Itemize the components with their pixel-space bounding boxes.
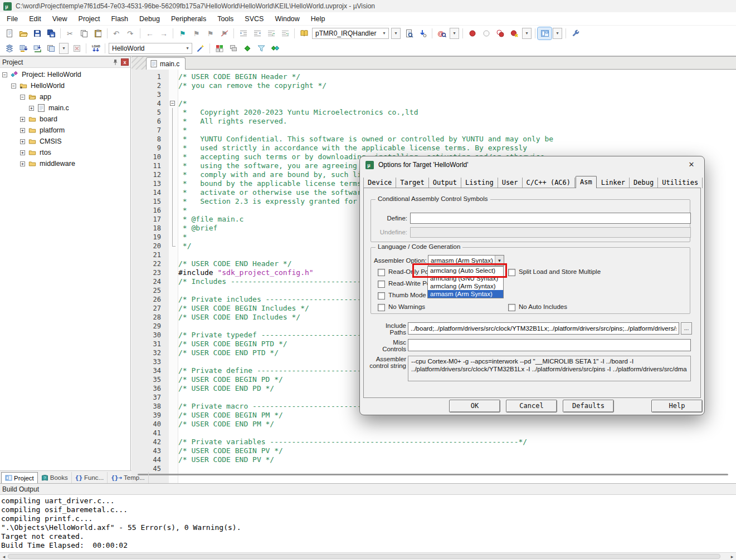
collapse-icon[interactable]: − (20, 95, 25, 100)
tab-main-c[interactable]: main.c (146, 57, 186, 70)
scroll-left-icon[interactable]: ◂ (0, 554, 8, 559)
dialog-tab-listing[interactable]: Listing (461, 178, 498, 188)
menu-flash[interactable]: Flash (105, 13, 134, 24)
menu-project[interactable]: Project (73, 13, 106, 24)
tree-item-cmsis[interactable]: +CMSIS (0, 136, 130, 147)
tree-item-rtos[interactable]: +rtos (0, 147, 130, 158)
checkbox-no-warnings[interactable] (378, 304, 385, 311)
open-file-button[interactable] (16, 27, 30, 40)
breakpoint-disable-all-button[interactable] (507, 27, 521, 40)
cancel-button[interactable]: Cancel (506, 400, 557, 412)
chevron-down-icon[interactable]: ▾ (380, 28, 388, 38)
checkbox-thumb-mode[interactable] (378, 292, 385, 299)
nav-forward-button[interactable]: → (157, 27, 170, 40)
uncomment-selection-button[interactable]: */ (278, 27, 292, 40)
misc-controls-input[interactable] (408, 339, 691, 351)
target-select[interactable]: HelloWorld▾ (109, 43, 192, 54)
include-paths-input[interactable] (408, 322, 679, 335)
dialog-tab-output[interactable]: Output (429, 178, 461, 188)
window-hscrollbar[interactable]: ◂ ▸ (0, 552, 736, 560)
copy-button[interactable] (77, 27, 91, 40)
tree-item-platform[interactable]: +platform (0, 125, 130, 136)
dialog-tab-device[interactable]: Device (363, 178, 396, 188)
menu-debug[interactable]: Debug (134, 13, 165, 24)
bookmark-clear-all-button[interactable]: ⚑ (217, 27, 231, 40)
comment-selection-button[interactable]: /* (264, 27, 278, 40)
pin-icon[interactable] (111, 58, 119, 66)
collapse-icon[interactable]: − (11, 83, 16, 89)
run-time-environment-button[interactable] (240, 42, 254, 55)
dropdown-arrow-button[interactable]: ▾ (391, 28, 401, 39)
checkbox-read-write-position-independent[interactable] (378, 281, 385, 288)
manage-components-button[interactable] (212, 42, 226, 55)
build-button[interactable] (16, 42, 30, 55)
dropdown-option-armclang-arm-syntax-[interactable]: armclang (Arm Syntax) (428, 282, 503, 290)
software-packs-button[interactable] (268, 42, 282, 55)
panel-tab-project[interactable]: Project (1, 472, 38, 483)
file-filter-funnel-button[interactable] (254, 42, 268, 55)
define-input[interactable] (410, 213, 691, 224)
scrollbar-thumb[interactable] (8, 554, 720, 559)
breakpoint-insert-button[interactable] (465, 27, 479, 40)
bookmark-toggle-button[interactable]: ⚑ (176, 27, 189, 40)
download-load-button[interactable]: LOAD (89, 42, 103, 55)
views-layout-button[interactable] (538, 27, 552, 40)
dialog-tab-utilities[interactable]: Utilities (658, 178, 703, 188)
dropdown-option-armclang-gnu-syntax-[interactable]: armclang (GNU Syntax) (428, 274, 503, 282)
tree-item-middleware[interactable]: +middleware (0, 158, 130, 169)
symbol-search-button[interactable]: @ (435, 27, 449, 40)
tree-item-main-c[interactable]: +main.c (0, 102, 130, 114)
expand-icon[interactable]: + (20, 139, 25, 144)
rebuild-button[interactable] (30, 42, 44, 55)
breakpoint-kill-all-button[interactable] (493, 27, 507, 40)
dialog-title-bar[interactable]: µ Options for Target 'HelloWorld' (360, 156, 704, 173)
nav-back-button[interactable]: ← (143, 27, 157, 40)
panel-tab-temp-[interactable]: {}➜Temp... (108, 472, 149, 483)
find-in-files-button[interactable] (402, 27, 416, 40)
save-button[interactable] (30, 27, 44, 40)
tree-item-app[interactable]: −app (0, 91, 130, 102)
expand-icon[interactable]: + (29, 106, 34, 111)
dropdown-arrow-button[interactable]: ▾ (450, 28, 459, 39)
dropdown-option-armclang-auto-select-[interactable]: armclang (Auto Select) (428, 267, 503, 274)
menu-svcs[interactable]: SVCS (239, 13, 269, 24)
options-wand-button[interactable] (193, 42, 207, 55)
panel-tab-books[interactable]: ?Books (38, 472, 72, 483)
dropdown-option-armasm-arm-syntax-[interactable]: armasm (Arm Syntax) (428, 290, 503, 298)
dropdown-arrow-button[interactable]: ▾ (522, 28, 532, 39)
dropdown-arrow-button[interactable]: ▾ (553, 28, 562, 39)
cut-button[interactable]: ✂ (63, 27, 77, 40)
find-in-files-book-button[interactable] (297, 27, 311, 40)
checkbox-no-auto-includes[interactable] (508, 304, 515, 311)
assembler-option-select[interactable]: armasm (Arm Syntax) ▼ (428, 255, 504, 266)
expand-icon[interactable]: + (20, 117, 25, 122)
editor-hscrollbar[interactable] (138, 474, 728, 475)
new-file-button[interactable] (2, 27, 16, 40)
indent-left-button[interactable] (250, 27, 264, 40)
menu-tools[interactable]: Tools (212, 13, 239, 24)
undo-button[interactable]: ↶ (110, 27, 124, 40)
chevron-down-icon[interactable]: ▾ (183, 43, 192, 53)
checkbox-split-load-and-store-multiple[interactable] (508, 269, 515, 276)
expand-icon[interactable]: + (20, 150, 25, 155)
project-tree[interactable]: −Project: HelloWorld−HelloWorld−app+main… (0, 69, 130, 470)
bookmark-prev-button[interactable]: ⚑ (189, 27, 203, 40)
scroll-right-icon[interactable]: ▸ (728, 554, 736, 559)
tree-item-helloworld[interactable]: −HelloWorld (0, 80, 130, 91)
incremental-find-button[interactable] (416, 27, 430, 40)
expand-icon[interactable]: + (20, 161, 25, 166)
breakpoint-enable-button[interactable] (479, 27, 493, 40)
expand-icon[interactable]: + (20, 128, 25, 133)
translate-button[interactable] (2, 42, 16, 55)
configure-wrench-button[interactable] (568, 27, 582, 40)
dropdown-arrow-button[interactable]: ▾ (59, 43, 69, 54)
menu-window[interactable]: Window (269, 13, 305, 24)
dialog-tab-debug[interactable]: Debug (630, 178, 658, 188)
menu-view[interactable]: View (47, 13, 73, 24)
build-output-log[interactable]: compiling uart_driver.c...compiling osif… (0, 495, 736, 552)
bookmark-next-button[interactable]: ⚑ (203, 27, 217, 40)
collapse-icon[interactable]: − (2, 72, 7, 77)
dialog-tab-linker[interactable]: Linker (597, 178, 630, 188)
chevron-down-icon[interactable]: ▼ (495, 256, 504, 266)
dialog-close-icon[interactable]: ✕ (686, 160, 696, 170)
